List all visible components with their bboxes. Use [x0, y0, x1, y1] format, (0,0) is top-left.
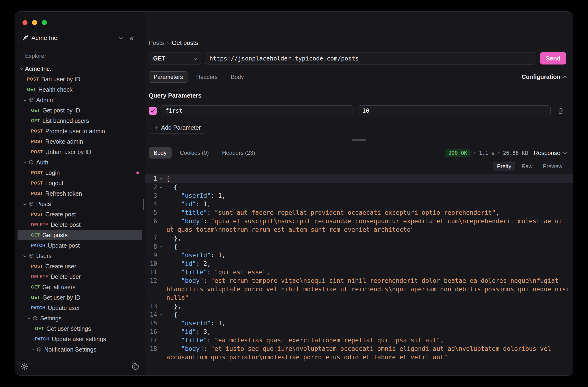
param-name-input[interactable]	[161, 105, 354, 116]
response-tab-headers-23[interactable]: Headers (23)	[217, 147, 260, 159]
configuration-toggle[interactable]: Configuration	[522, 74, 566, 80]
line-gutter: 7	[145, 234, 165, 243]
request-item-update-user-settings[interactable]: PATCHUpdate user settings	[18, 334, 142, 344]
main-panel: Posts › Get posts GET Send ParametersHea…	[145, 12, 573, 375]
request-item-get-post-by-id[interactable]: GETGet post by ID	[18, 105, 142, 116]
code-token: 1	[204, 201, 207, 208]
tab-body[interactable]: Body	[226, 71, 249, 83]
sidebar-scrollbar-thumb[interactable]	[143, 199, 144, 210]
fold-spacer	[157, 251, 165, 259]
breadcrumb-posts[interactable]: Posts	[149, 39, 164, 46]
code-token: :	[196, 260, 203, 267]
response-tab-cookies-0[interactable]: Cookies (0)	[175, 147, 214, 159]
request-item-get-user-by-id[interactable]: GETGet user by ID	[18, 292, 142, 303]
chevron-down-icon	[119, 36, 123, 40]
code-line: 1[	[145, 174, 573, 183]
app-logo-icon	[22, 35, 29, 41]
view-mode-pretty[interactable]: Pretty	[493, 162, 515, 171]
pane-resize-handle[interactable]	[352, 139, 366, 141]
code-content: "title": "qui est esse",	[165, 268, 573, 276]
request-item-get-all-users[interactable]: GETGet all users	[18, 282, 142, 292]
request-item-update-post[interactable]: PATCHUpdate post	[18, 240, 142, 251]
request-item-get-user-settings[interactable]: GETGet user settings	[18, 324, 142, 334]
chevron-down-icon	[27, 316, 30, 319]
folder-item-users[interactable]: Users	[18, 251, 142, 261]
tab-headers[interactable]: Headers	[191, 71, 223, 83]
cookie-jar-button[interactable]	[131, 363, 139, 370]
request-item-get-posts[interactable]: GETGet posts	[18, 230, 142, 240]
fold-toggle[interactable]	[157, 174, 165, 183]
chevron-down-icon	[160, 313, 162, 316]
item-label: Get user settings	[46, 325, 91, 332]
param-enabled-checkbox[interactable]	[149, 107, 157, 115]
fold-toggle[interactable]	[157, 183, 165, 191]
request-item-login[interactable]: POSTLogin	[18, 167, 142, 178]
chevron-down-icon	[23, 161, 26, 163]
fold-spacer	[157, 345, 165, 362]
request-item-create-user[interactable]: POSTCreate user	[18, 261, 142, 271]
item-label: Update user	[48, 305, 80, 311]
workspace-selector[interactable]: Acme Inc.	[18, 32, 126, 44]
folder-item-settings[interactable]: Settings	[18, 313, 142, 324]
request-item-health-check[interactable]: GETHealth check	[18, 84, 142, 95]
sidebar-collapse-button[interactable]: «	[129, 34, 134, 42]
folder-item-posts[interactable]: Posts	[18, 199, 142, 209]
folder-item-admin[interactable]: Admin	[18, 95, 142, 105]
code-token	[166, 337, 181, 344]
code-line: 3 "userId": 1,	[145, 191, 573, 200]
code-token: "title"	[181, 269, 207, 276]
url-input[interactable]	[205, 52, 536, 64]
item-label: List banned users	[42, 117, 89, 124]
code-token	[166, 192, 181, 199]
view-mode-toggle: PrettyRawPreview	[493, 162, 566, 171]
request-item-revoke-admin[interactable]: POSTRevoke admin	[18, 136, 142, 147]
response-tab-body[interactable]: Body	[149, 147, 171, 159]
breadcrumb-separator: ›	[167, 39, 169, 46]
line-number: 3	[145, 191, 157, 200]
code-token: 1	[218, 320, 222, 327]
request-item-promote-user-to-admin[interactable]: POSTPromote user to admin	[18, 126, 142, 136]
request-item-refresh-token[interactable]: POSTRefresh token	[18, 188, 142, 199]
view-mode-preview[interactable]: Preview	[539, 162, 566, 171]
response-menu[interactable]: Response	[534, 150, 566, 156]
code-token: {	[166, 243, 177, 250]
request-item-create-post[interactable]: POSTCreate post	[18, 209, 142, 220]
folder-item-auth[interactable]: Auth	[18, 157, 142, 167]
fold-toggle[interactable]	[157, 243, 165, 251]
code-line: 10 "id": 2,	[145, 259, 573, 268]
code-token: ,	[266, 269, 270, 276]
line-number: 14	[145, 310, 157, 319]
request-item-ban-user-by-id[interactable]: POSTBan user by ID	[18, 74, 142, 84]
minimize-button[interactable]	[32, 20, 37, 25]
delete-param-button[interactable]	[555, 105, 566, 116]
request-item-unban-user-by-id[interactable]: POSTUnban user by ID	[18, 147, 142, 157]
code-content: {	[165, 183, 573, 191]
settings-gear-button[interactable]	[20, 363, 28, 370]
tab-parameters[interactable]: Parameters	[149, 71, 188, 83]
item-label: Promote user to admin	[45, 128, 105, 135]
folder-item-notification-settings[interactable]: Notification Settings	[18, 344, 142, 355]
zoom-button[interactable]	[42, 20, 47, 25]
fold-toggle[interactable]	[157, 310, 165, 319]
request-item-logout[interactable]: POSTLogout	[18, 178, 142, 188]
line-gutter: 1	[145, 174, 165, 183]
folder-icon	[29, 160, 34, 165]
configuration-label: Configuration	[522, 74, 560, 80]
request-item-delete-post[interactable]: DELETEDelete post	[18, 220, 142, 230]
code-line: 12 "body": "est rerum tempore vitae\nseq…	[145, 276, 573, 302]
code-token: :	[196, 328, 203, 335]
request-item-update-user[interactable]: PATCHUpdate user	[18, 303, 142, 313]
item-label: Unban user by ID	[45, 149, 91, 155]
close-button[interactable]	[22, 20, 27, 25]
fold-spacer	[157, 268, 165, 276]
view-mode-raw[interactable]: Raw	[518, 162, 536, 171]
workspace-item-acme-inc[interactable]: Acme Inc.	[18, 63, 142, 74]
request-item-delete-user[interactable]: DELETEDelete user	[18, 271, 142, 282]
add-parameter-button[interactable]: + Add Parameter	[149, 122, 206, 134]
code-line: 6 "body": "quia et suscipit\nsuscipit re…	[145, 217, 573, 234]
method-select[interactable]: GET	[149, 52, 201, 64]
request-item-list-banned-users[interactable]: GETList banned users	[18, 116, 142, 126]
param-value-input[interactable]	[358, 105, 551, 116]
app-window: Acme Inc. « Explorer Acme Inc.POSTBan us…	[15, 11, 573, 376]
send-button[interactable]: Send	[540, 52, 566, 64]
